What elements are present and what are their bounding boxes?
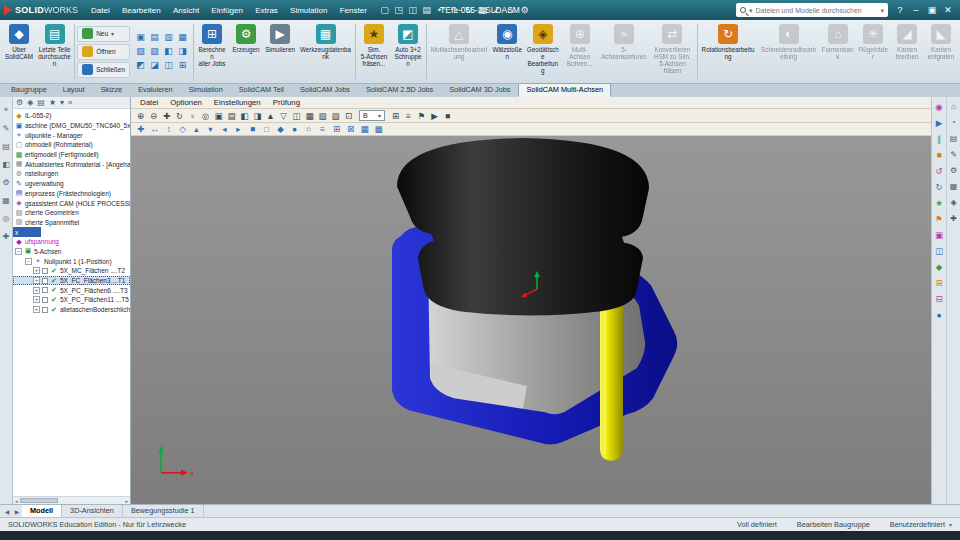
dot2-icon[interactable]: ●: [936, 310, 941, 320]
job-stock-icon[interactable]: ▨: [148, 45, 161, 58]
expand-node-icon[interactable]: [33, 306, 40, 313]
expand-node-icon[interactable]: [33, 296, 40, 303]
job-checkbox[interactable]: [42, 307, 48, 313]
tab-layout[interactable]: Layout: [55, 83, 93, 97]
tree-item-einstellungen[interactable]: ⚙nstellungen: [13, 169, 130, 179]
collapse-node-icon[interactable]: [25, 258, 32, 265]
grid-x-icon[interactable]: ⊠: [344, 123, 357, 135]
tabs-scroll-right-icon[interactable]: ▶: [12, 508, 22, 515]
job-checkbox[interactable]: [42, 278, 48, 284]
expand-node-icon[interactable]: [33, 277, 40, 284]
ribbon-button-erzeugen[interactable]: ⚙Erzeugen: [229, 21, 263, 82]
ribbon-button-kanten-entgraten[interactable]: ◣Kanten entgraten: [924, 21, 958, 82]
add-icon[interactable]: ✚: [3, 232, 10, 241]
ribbon-button-multi-achsen-bohren[interactable]: ⊕Multi-Achsen Bohren...: [561, 21, 598, 82]
ribbon-button-5-achsenkonturen[interactable]: ≈5-Achsenkonturen: [598, 21, 649, 82]
oeffnen-button[interactable]: Öffnen: [77, 44, 130, 60]
move-v-icon[interactable]: ↕: [162, 123, 175, 135]
job-corner-icon[interactable]: ◩: [134, 59, 147, 72]
job-geom-icon[interactable]: ▧: [134, 45, 147, 58]
minimize-icon[interactable]: –: [908, 5, 924, 15]
dimxpert-tab-icon[interactable]: ★: [49, 98, 56, 107]
menu-fenster[interactable]: Fenster: [335, 6, 372, 15]
spark-icon[interactable]: ★: [935, 198, 943, 208]
search-box[interactable]: [736, 3, 888, 17]
featuremanager-tab-icon[interactable]: ⚙: [16, 98, 23, 107]
job-mirror-icon[interactable]: ◨: [176, 45, 189, 58]
sim-pause-icon[interactable]: ∥: [937, 134, 941, 144]
tab-modell[interactable]: Modell: [22, 505, 62, 517]
down-icon[interactable]: ▾: [204, 123, 217, 135]
schliessen-button[interactable]: Schließen: [77, 62, 130, 78]
panel-icon[interactable]: ◫: [935, 246, 943, 256]
tool-holder[interactable]: [397, 138, 649, 315]
flag-icon[interactable]: ⚑: [415, 110, 428, 122]
rewind-icon[interactable]: ↺: [935, 166, 942, 176]
ribbon-button-waelzstossen[interactable]: ◉Wälzstoßen: [490, 21, 525, 82]
tab-solidcam-multi-achsen[interactable]: SolidCAM Multi-Achsen: [518, 83, 611, 97]
sim-stop-icon[interactable]: ■: [936, 150, 941, 160]
section-icon[interactable]: ⊡: [342, 110, 355, 122]
ribbon-button-sim-5-achsen[interactable]: ★Sim. 5-Achsen fräsen...: [357, 21, 391, 82]
add-view-icon[interactable]: ⊞: [389, 110, 402, 122]
shaded-edges-icon[interactable]: ▨: [329, 110, 342, 122]
ribbon-button-ueber-solidcam[interactable]: ◆Über SolidCAM: [2, 21, 36, 82]
plus-icon[interactable]: ✚: [950, 214, 957, 223]
menu-einfuegen[interactable]: Einfügen: [206, 6, 248, 15]
job-tree-icon[interactable]: ▣: [134, 31, 147, 44]
tabs-scroll-left-icon[interactable]: ◀: [2, 508, 12, 515]
back-view-icon[interactable]: ▽: [277, 110, 290, 122]
section-view-icon[interactable]: ◧: [2, 160, 10, 169]
left-icon[interactable]: ◂: [218, 123, 231, 135]
tree-item-prozessassistent[interactable]: ◈gsassistent CAM (HOLE PROCESSES - SOLID…: [13, 198, 130, 208]
ribbon-button-formenbank[interactable]: ⌂Formenbank: [820, 21, 856, 82]
print-icon[interactable]: ▤: [420, 5, 434, 15]
tree-item-job-5[interactable]: ✔alletaschenBoderschlichten ....: [13, 305, 130, 315]
tree-item-job-2[interactable]: ✔5X_FC_Flächen3 ...T1: [13, 276, 130, 286]
collapse-panel-icon[interactable]: «: [68, 98, 72, 107]
ribbon-button-multiachsenbearbeitung[interactable]: △Mutliachsenbearbeitung: [428, 21, 490, 82]
chevron-down-icon[interactable]: ▾: [60, 98, 64, 107]
zoom-out-icon[interactable]: ⊖: [147, 110, 160, 122]
cam-menu-optionen[interactable]: Optionen: [164, 98, 208, 107]
gem-icon[interactable]: ◆: [936, 262, 943, 272]
restore-icon[interactable]: ▣: [924, 5, 940, 15]
rotate-view-icon[interactable]: ↻: [173, 110, 186, 122]
ribbon-button-simulieren[interactable]: ▶Simulieren: [263, 21, 297, 82]
cam-menu-einstellungen[interactable]: Einstellungen: [208, 98, 267, 107]
target-icon[interactable]: ◎: [3, 214, 10, 223]
cutting-tool[interactable]: [600, 289, 623, 460]
tree-item-nullpunkt1[interactable]: ⌖Nullpunkt 1 (1-Position): [13, 256, 130, 266]
new-document-icon[interactable]: ▢: [378, 5, 392, 15]
tree-item-job-4[interactable]: ✔5X_PC_Flächen11 ...T5: [13, 295, 130, 305]
ribbon-button-auto-32-schruppen[interactable]: ◩Auto 3+2 Schruppen: [391, 21, 425, 82]
job-pair-icon[interactable]: ◫: [162, 59, 175, 72]
dot-icon[interactable]: ●: [288, 123, 301, 135]
front-view-icon[interactable]: ▣: [212, 110, 225, 122]
job-checkbox[interactable]: [42, 268, 48, 274]
help-icon[interactable]: ?: [892, 5, 908, 15]
expand-node-icon[interactable]: [33, 267, 40, 274]
gear-icon[interactable]: ⚙: [2, 178, 9, 187]
up-icon[interactable]: ▴: [190, 123, 203, 135]
ribbon-button-werkzeugdatenbank[interactable]: ▦Werkzeugdatenbank: [297, 21, 354, 82]
tree-item-rohmodell[interactable]: ▢ohmodell (Rohmaterial): [13, 140, 130, 150]
ribbon-button-konvertieren-hsm[interactable]: ⇄Konvertieren HSM zu Sim. 5-Achsen fräse…: [649, 21, 695, 82]
configuration-selector[interactable]: Benutzerdefiniert: [890, 520, 952, 529]
origin-icon[interactable]: ⌖: [4, 105, 9, 115]
home2-icon[interactable]: ⌂: [951, 102, 956, 111]
forward-icon[interactable]: ↻: [935, 182, 942, 192]
hollow-icon[interactable]: □: [260, 123, 273, 135]
gear2-icon[interactable]: ⚙: [950, 166, 957, 175]
move-h-icon[interactable]: ↔: [148, 123, 161, 135]
top-view-icon[interactable]: ▤: [225, 110, 238, 122]
list2-icon[interactable]: ▤: [950, 134, 958, 143]
tab-solidcam-teil[interactable]: SolidCAM Teil: [231, 83, 292, 97]
tree-item-gesicherte-geometrien[interactable]: ▧cherte Geometrien: [13, 208, 130, 218]
cam-menu-datei[interactable]: Datei: [134, 98, 164, 107]
tree-item-gesicherte-spannmittel[interactable]: ▨cherte Spannmittel: [13, 218, 130, 228]
record-icon[interactable]: ◉: [935, 102, 942, 112]
menu-ansicht[interactable]: Ansicht: [168, 6, 204, 15]
list-icon[interactable]: ≡: [402, 110, 415, 122]
gem2-icon[interactable]: ◈: [950, 198, 956, 207]
